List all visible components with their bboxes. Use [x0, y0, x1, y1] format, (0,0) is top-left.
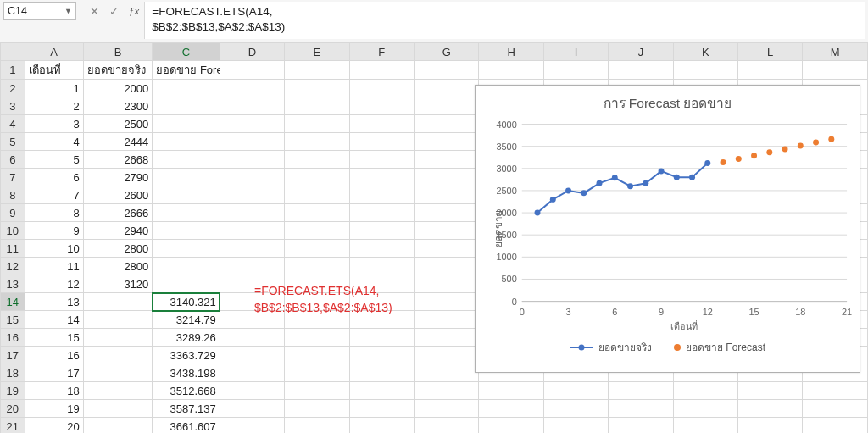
cell[interactable] — [220, 80, 284, 97]
cell[interactable] — [349, 186, 414, 204]
cell[interactable]: 5 — [25, 151, 83, 169]
row-header[interactable]: 8 — [1, 186, 25, 204]
cell[interactable]: 12 — [25, 275, 83, 293]
cell[interactable] — [349, 133, 414, 151]
cell[interactable] — [803, 418, 868, 434]
row-header[interactable]: 12 — [1, 258, 25, 275]
cell[interactable] — [285, 347, 349, 364]
cell[interactable] — [220, 222, 284, 240]
cell[interactable] — [414, 275, 478, 293]
row-header[interactable]: 14 — [1, 293, 25, 311]
name-box[interactable]: C14 ▼ — [3, 2, 76, 20]
row-header[interactable]: 9 — [1, 204, 25, 222]
cell[interactable]: ยอดขาย Forecast — [153, 61, 220, 80]
cell[interactable] — [738, 382, 803, 400]
cell[interactable] — [414, 97, 478, 115]
select-all-corner[interactable] — [1, 43, 25, 61]
formula-input[interactable]: =FORECAST.ETS(A14, $B$2:$B$13,$A$2:$A$13… — [144, 2, 865, 39]
cancel-icon[interactable]: ✕ — [90, 5, 99, 18]
cell[interactable] — [673, 382, 737, 400]
row-header[interactable]: 19 — [1, 382, 25, 400]
cell[interactable] — [414, 329, 478, 347]
cell[interactable] — [285, 80, 349, 97]
cell[interactable] — [83, 347, 153, 364]
cell[interactable] — [153, 186, 220, 204]
cell[interactable]: 3120 — [83, 275, 153, 293]
cell[interactable] — [83, 311, 153, 329]
cell[interactable] — [349, 400, 414, 418]
cell[interactable] — [479, 382, 543, 400]
col-header[interactable]: B — [83, 43, 153, 61]
cell[interactable]: 2444 — [83, 133, 153, 151]
cell[interactable]: 18 — [25, 382, 83, 400]
cell[interactable]: เดือนที่ — [25, 61, 83, 80]
cell[interactable] — [349, 97, 414, 115]
cell[interactable] — [349, 347, 414, 364]
cell[interactable]: 3363.729 — [153, 347, 220, 364]
cell[interactable] — [609, 382, 673, 400]
cell[interactable] — [349, 240, 414, 258]
cell[interactable] — [414, 169, 478, 186]
col-header[interactable]: C — [153, 43, 220, 61]
cell[interactable] — [220, 311, 284, 329]
cell[interactable] — [285, 240, 349, 258]
cell[interactable]: 15 — [25, 329, 83, 347]
row-header[interactable]: 21 — [1, 418, 25, 434]
cell[interactable]: 10 — [25, 240, 83, 258]
cell[interactable] — [414, 61, 478, 80]
cell[interactable] — [83, 382, 153, 400]
col-header[interactable]: D — [220, 43, 284, 61]
cell[interactable] — [285, 115, 349, 133]
cell[interactable] — [609, 61, 673, 80]
cell[interactable] — [220, 115, 284, 133]
cell[interactable] — [479, 61, 543, 80]
cell[interactable]: 1 — [25, 80, 83, 97]
cell[interactable] — [414, 80, 478, 97]
cell[interactable]: ยอดขายจริง — [83, 61, 153, 80]
cell[interactable] — [479, 418, 543, 434]
cell[interactable] — [285, 169, 349, 186]
row-header[interactable]: 18 — [1, 364, 25, 382]
cell[interactable]: 3289.26 — [153, 329, 220, 347]
cell[interactable] — [349, 151, 414, 169]
cell[interactable]: 16 — [25, 347, 83, 364]
col-header[interactable]: E — [285, 43, 349, 61]
cell[interactable] — [479, 400, 543, 418]
cell[interactable] — [349, 169, 414, 186]
cell[interactable]: 7 — [25, 186, 83, 204]
cell[interactable] — [414, 364, 478, 382]
cell[interactable]: 2800 — [83, 258, 153, 275]
cell[interactable] — [83, 364, 153, 382]
cell[interactable] — [285, 204, 349, 222]
cell[interactable]: 3661.607 — [153, 418, 220, 434]
cell[interactable] — [285, 311, 349, 329]
cell[interactable] — [220, 97, 284, 115]
cell[interactable] — [285, 329, 349, 347]
cell[interactable]: 2666 — [83, 204, 153, 222]
cell[interactable] — [153, 204, 220, 222]
row-header[interactable]: 16 — [1, 329, 25, 347]
row-header[interactable]: 13 — [1, 275, 25, 293]
row-header[interactable]: 4 — [1, 115, 25, 133]
cell[interactable] — [153, 258, 220, 275]
cell[interactable] — [349, 61, 414, 80]
cell[interactable] — [83, 293, 153, 311]
cell[interactable] — [220, 258, 284, 275]
col-header[interactable]: G — [414, 43, 478, 61]
cell[interactable] — [414, 347, 478, 364]
cell[interactable]: 2500 — [83, 115, 153, 133]
cell[interactable] — [673, 418, 737, 434]
cell[interactable]: 2790 — [83, 169, 153, 186]
cell[interactable] — [220, 347, 284, 364]
cell[interactable]: 3438.198 — [153, 364, 220, 382]
cell[interactable] — [220, 204, 284, 222]
cell[interactable] — [285, 400, 349, 418]
cell[interactable]: 3 — [25, 115, 83, 133]
cell[interactable] — [543, 418, 608, 434]
cell[interactable] — [349, 418, 414, 434]
cell[interactable] — [414, 382, 478, 400]
cell[interactable] — [285, 151, 349, 169]
cell[interactable] — [349, 329, 414, 347]
row-header[interactable]: 3 — [1, 97, 25, 115]
cell[interactable] — [285, 275, 349, 293]
